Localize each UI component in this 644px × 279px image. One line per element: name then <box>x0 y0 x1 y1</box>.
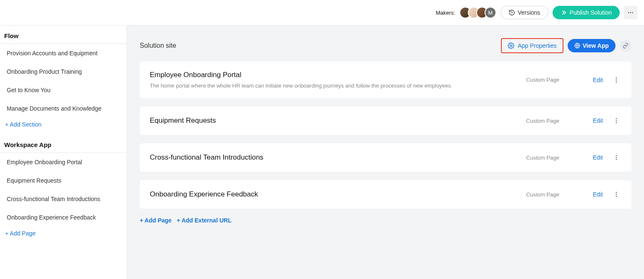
main-footer-links: + Add Page + Add External URL <box>140 217 631 224</box>
page-card-edit-link[interactable]: Edit <box>593 117 603 124</box>
sidebar-workspace-item[interactable]: Employee Onboarding Portal <box>0 153 127 171</box>
page-card-tag: Custom Page <box>526 155 559 161</box>
view-app-button[interactable]: View App <box>568 39 615 52</box>
makers-avatars: M <box>459 7 496 18</box>
sidebar-flow-item[interactable]: Manage Documents and Knowledge <box>0 99 127 118</box>
sidebar-flow-item[interactable]: Get to Know You <box>0 81 127 99</box>
main-title: Solution site <box>140 42 497 49</box>
page-card-more-button[interactable] <box>611 116 621 126</box>
page-card-body: Equipment Requests <box>150 116 518 125</box>
svg-point-7 <box>616 79 617 80</box>
sidebar-flow-title: Flow <box>0 26 127 44</box>
topbar-more-button[interactable] <box>624 6 637 19</box>
body: Flow Provision Accounts and Equipment On… <box>0 25 644 279</box>
svg-point-16 <box>616 194 617 195</box>
sidebar: Flow Provision Accounts and Equipment On… <box>0 26 127 279</box>
page-card-edit-link[interactable]: Edit <box>593 154 603 161</box>
page-card: Cross-functional Team IntroductionsCusto… <box>140 143 631 172</box>
svg-point-10 <box>616 120 617 121</box>
sidebar-workspace-item[interactable]: Cross-functional Team Introductions <box>0 190 127 208</box>
sidebar-workspace-item[interactable]: Equipment Requests <box>0 171 127 190</box>
svg-point-6 <box>616 78 617 79</box>
topbar: Makers: M Versions Publish Solution <box>0 0 644 25</box>
sidebar-workspace-item[interactable]: Onboarding Experience Feedback <box>0 208 127 227</box>
sidebar-flow-item[interactable]: Provision Accounts and Equipment <box>0 44 127 62</box>
ellipsis-vertical-icon <box>613 117 620 124</box>
page-card-more-button[interactable] <box>611 189 621 199</box>
sidebar-workspace-title: Workspace App <box>0 134 127 153</box>
page-card-title: Onboarding Experience Feedback <box>150 190 518 199</box>
svg-point-0 <box>628 12 629 13</box>
svg-point-15 <box>616 192 617 193</box>
ellipsis-icon <box>627 9 634 16</box>
svg-point-8 <box>616 81 617 83</box>
main: Solution site App Properties View App <box>127 26 644 279</box>
versions-label: Versions <box>518 9 540 16</box>
ellipsis-vertical-icon <box>613 191 620 198</box>
page-card-edit-link[interactable]: Edit <box>593 191 603 198</box>
globe-icon <box>574 43 580 49</box>
page-card-tag: Custom Page <box>526 118 559 124</box>
sidebar-flow-item[interactable]: Onboarding Product Training <box>0 62 127 81</box>
link-icon <box>623 43 628 49</box>
history-icon <box>508 9 515 16</box>
svg-point-14 <box>616 159 617 160</box>
page-card: Equipment RequestsCustom PageEdit <box>140 106 631 135</box>
page-card-tag: Custom Page <box>526 191 559 198</box>
page-card-body: Onboarding Experience Feedback <box>150 190 518 199</box>
svg-point-3 <box>510 45 512 46</box>
publish-icon <box>561 9 567 16</box>
page-card-body: Cross-functional Team Introductions <box>150 153 518 162</box>
app-properties-button[interactable]: App Properties <box>501 38 563 53</box>
copy-link-button[interactable] <box>620 40 631 52</box>
page-card-desc: The home portal where the whole HR team … <box>150 83 518 89</box>
avatar-extra[interactable]: M <box>485 7 496 18</box>
svg-point-2 <box>632 12 633 13</box>
page-card-title: Equipment Requests <box>150 116 518 125</box>
makers-label: Makers: <box>436 10 455 16</box>
svg-point-13 <box>616 157 617 158</box>
gear-icon <box>508 42 514 49</box>
app-properties-label: App Properties <box>518 42 557 49</box>
sidebar-add-section[interactable]: + Add Section <box>0 118 127 134</box>
sidebar-add-page[interactable]: + Add Page <box>0 227 127 243</box>
page-card-title: Employee Onboarding Portal <box>150 71 518 79</box>
page-card-title: Cross-functional Team Introductions <box>150 153 518 162</box>
add-external-url-link[interactable]: + Add External URL <box>177 217 232 224</box>
page-card-more-button[interactable] <box>611 75 621 85</box>
svg-point-1 <box>630 12 631 13</box>
svg-point-12 <box>616 155 617 156</box>
svg-point-11 <box>616 122 617 123</box>
view-app-label: View App <box>583 42 609 49</box>
page-card-more-button[interactable] <box>611 152 621 163</box>
page-card-body: Employee Onboarding PortalThe home porta… <box>150 71 518 89</box>
page-card-tag: Custom Page <box>526 77 559 83</box>
page-card-edit-link[interactable]: Edit <box>593 77 603 83</box>
svg-point-9 <box>616 118 617 119</box>
publish-button[interactable]: Publish Solution <box>553 6 620 19</box>
versions-button[interactable]: Versions <box>501 6 548 19</box>
page-card: Onboarding Experience FeedbackCustom Pag… <box>140 180 631 209</box>
main-head: Solution site App Properties View App <box>140 38 631 53</box>
svg-point-17 <box>616 196 617 197</box>
ellipsis-vertical-icon <box>613 154 620 161</box>
page-card: Employee Onboarding PortalThe home porta… <box>140 62 631 98</box>
publish-label: Publish Solution <box>570 9 612 16</box>
ellipsis-vertical-icon <box>613 77 620 83</box>
add-page-link[interactable]: + Add Page <box>140 217 172 224</box>
